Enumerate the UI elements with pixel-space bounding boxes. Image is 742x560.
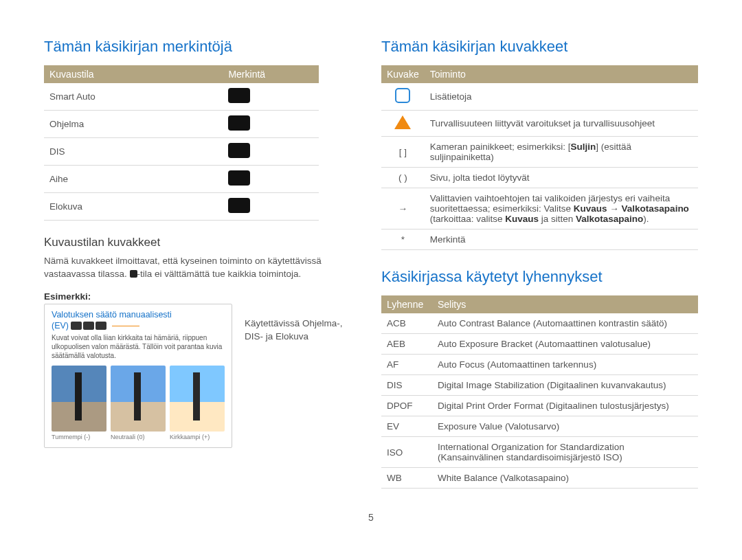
icon-desc: Merkintä <box>425 229 698 250</box>
abbrev-meaning: Digital Image Stabilization (Digitaaline… <box>432 375 698 396</box>
page-number: 5 <box>44 512 698 523</box>
thumb-brighter <box>170 366 225 432</box>
abbrev: AEB <box>381 334 432 355</box>
badge-icon <box>95 322 106 330</box>
t-bold: Valkotasapaino <box>622 203 689 214</box>
thumb-darker <box>52 366 106 432</box>
icon-desc: Lisätietoja <box>425 83 698 111</box>
abbrev-meaning: Exposure Value (Valotusarvo) <box>432 416 698 437</box>
abbrev-meaning: International Organization for Standardi… <box>432 437 698 468</box>
abbrev: AF <box>381 355 432 375</box>
mode-table: Kuvaustila Merkintä Smart Auto Ohjelma D… <box>44 65 319 221</box>
example-thumbs: Tummempi (-) Neutraali (0) Kirkkaampi (+… <box>52 366 225 440</box>
thumb-label: Neutraali (0) <box>111 434 166 440</box>
abbrev-table: Lyhenne Selitys ACBAuto Contrast Balance… <box>381 295 698 489</box>
mode-icon-movie <box>223 193 319 221</box>
abbrev-table-head-abbrev: Lyhenne <box>381 295 432 313</box>
mode-cell: Smart Auto <box>44 83 223 111</box>
camera-p-icon <box>228 115 250 131</box>
mode-icon-dis <box>223 138 319 166</box>
t-bold: Kuvaus <box>574 203 607 214</box>
badge-icon <box>83 322 94 330</box>
icon-desc: Turvallisuuteen liittyvät varoitukset ja… <box>425 111 698 137</box>
abbrev: EV <box>381 416 432 437</box>
t-bold: Suljin <box>571 142 596 152</box>
left-column: Tämän käsikirjan merkintöjä Kuvaustila M… <box>44 38 361 504</box>
t: (tarkoittaa: valitse <box>430 214 506 224</box>
example-ev-badges <box>71 322 106 330</box>
camera-scn-icon <box>228 170 250 186</box>
badge-icon <box>71 322 82 330</box>
abbrev: DIS <box>381 375 432 396</box>
thumb-label: Tummempi (-) <box>52 434 106 440</box>
right-column: Tämän käsikirjan kuvakkeet Kuvake Toimin… <box>381 38 698 504</box>
parens-icon: ( ) <box>381 168 425 188</box>
mode-icon-scene <box>223 166 319 193</box>
mode-cell: Elokuva <box>44 193 223 221</box>
abbrev-meaning: Digital Print Order Format (Digitaalinen… <box>432 396 698 416</box>
abbrev: DPOF <box>381 396 432 416</box>
abbrev-meaning: Auto Focus (Automaattinen tarkennus) <box>432 355 698 375</box>
abbrev-meaning: Auto Contrast Balance (Automaattinen kon… <box>432 313 698 334</box>
warning-icon <box>394 115 411 129</box>
abbrev: ACB <box>381 313 432 334</box>
arrow-icon: → <box>381 188 425 229</box>
mode-cell: Aihe <box>44 166 223 193</box>
scn-inline-icon <box>130 270 137 278</box>
mode-icon-program <box>223 111 319 138</box>
mode-cell: Ohjelma <box>44 111 223 138</box>
mode-table-head-mode: Kuvaustila <box>44 65 223 83</box>
thumb-label: Kirkkaampi (+) <box>170 434 225 440</box>
left-title: Tämän käsikirjan merkintöjä <box>44 38 361 56</box>
thumb-neutral <box>111 366 166 432</box>
t-bold: Kuvaus <box>505 214 539 224</box>
t: → <box>607 203 622 214</box>
t: Kameran painikkeet; esimerkiksi: [ <box>430 142 571 152</box>
example-ev-line: (EV) <box>52 321 225 331</box>
mode-cell: DIS <box>44 138 223 166</box>
example-desc: Kuvat voivat olla liian kirkkaita tai hä… <box>52 333 225 360</box>
example-heading: Valotuksen säätö manuaalisesti <box>52 310 225 320</box>
camera-smart-icon <box>228 88 250 103</box>
mode-icons-desc: Nämä kuvakkeet ilmoittavat, että kyseine… <box>44 255 361 281</box>
t-bold: Valkotasapaino <box>576 214 643 224</box>
info-icon <box>395 88 410 103</box>
camera-movie-icon <box>228 198 250 213</box>
example-ev-text: (EV) <box>52 321 69 331</box>
mode-table-head-mark: Merkintä <box>223 65 319 83</box>
icon-desc: Sivu, jolta tiedot löytyvät <box>425 168 698 188</box>
t: ja sitten <box>539 214 576 224</box>
abbrev-meaning: White Balance (Valkotasapaino) <box>432 468 698 489</box>
icon-desc: Valittavien vaihtoehtojen tai valikoiden… <box>425 188 698 229</box>
t: ). <box>643 214 649 224</box>
icon-table-head-icon: Kuvake <box>381 65 425 83</box>
right-title-1: Tämän käsikirjan kuvakkeet <box>381 38 698 56</box>
abbrev: WB <box>381 468 432 489</box>
example-callout-text: Käytettävissä Ohjelma-, DIS- ja Elokuva <box>245 304 361 344</box>
example-card: Valotuksen säätö manuaalisesti (EV) Kuva… <box>44 304 232 448</box>
abbrev-meaning: Auto Exposure Bracket (Automaattinen val… <box>432 334 698 355</box>
mode-icons-desc-part2: -tila ei välttämättä tue kaikkia toimint… <box>137 269 302 279</box>
callout-leader <box>112 326 139 326</box>
example-label: Esimerkki: <box>44 291 361 304</box>
asterisk-icon: * <box>381 229 425 250</box>
mode-icon-smart-auto <box>223 83 319 111</box>
icon-table-head-func: Toiminto <box>425 65 698 83</box>
icon-desc: Kameran painikkeet; esimerkiksi: [Suljin… <box>425 137 698 168</box>
icon-table: Kuvake Toiminto Lisätietoja Turvallisuut… <box>381 65 698 250</box>
camera-dis-icon <box>228 143 250 158</box>
abbrev: ISO <box>381 437 432 468</box>
sub-title-mode-icons: Kuvaustilan kuvakkeet <box>44 236 361 249</box>
brackets-icon: [ ] <box>381 137 425 168</box>
abbrev-table-head-meaning: Selitys <box>432 295 698 313</box>
right-title-2: Käsikirjassa käytetyt lyhennykset <box>381 268 698 286</box>
